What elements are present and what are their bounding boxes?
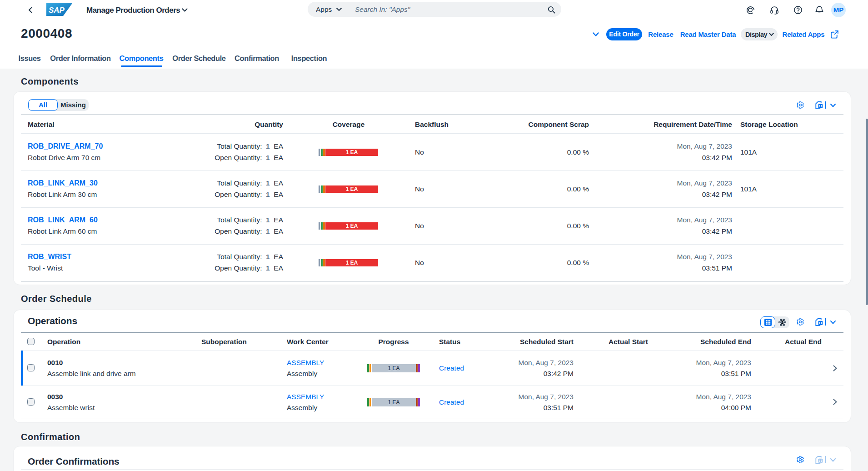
svg-text:SAP: SAP: [49, 6, 65, 15]
